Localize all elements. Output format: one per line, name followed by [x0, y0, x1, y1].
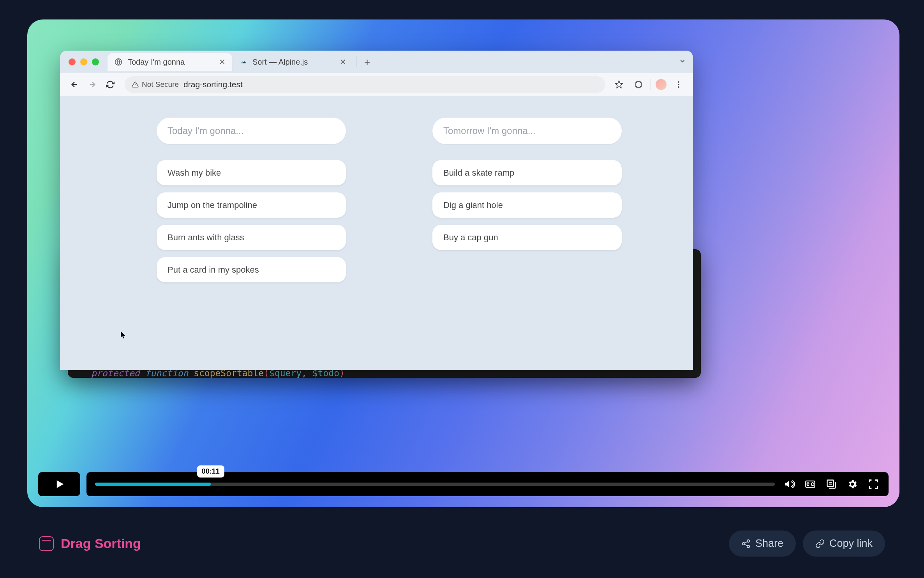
- transcript-button[interactable]: [825, 478, 838, 491]
- window-traffic-lights: [66, 58, 108, 65]
- todo-card[interactable]: Burn ants with glass: [157, 225, 346, 250]
- todo-text: Build a skate ramp: [443, 168, 514, 178]
- settings-button[interactable]: [846, 478, 859, 491]
- video-frame: protected function scopeSortable($query,…: [27, 19, 899, 507]
- window-minimize-button[interactable]: [80, 58, 87, 65]
- globe-icon: [114, 57, 123, 67]
- browser-window: Today I'm gonna ✕ Sort — Alpine.js ✕ +: [60, 51, 693, 370]
- video-title-text: Drag Sorting: [61, 536, 141, 551]
- window-zoom-button[interactable]: [92, 58, 99, 65]
- toolbar-separator: [651, 79, 651, 90]
- play-icon: [53, 478, 65, 490]
- alpine-favicon-icon: [238, 57, 248, 67]
- video-title: Drag Sorting: [39, 536, 141, 551]
- fullscreen-button[interactable]: [867, 478, 880, 491]
- tomorrow-input-placeholder: Tomorrow I'm gonna...: [443, 125, 536, 136]
- todo-card[interactable]: Buy a cap gun: [432, 225, 622, 250]
- todo-card[interactable]: Wash my bike: [157, 160, 346, 185]
- reload-button[interactable]: [103, 77, 118, 92]
- todo-text: Put a card in my spokes: [168, 265, 259, 275]
- svg-point-4: [678, 86, 679, 88]
- copy-link-label: Copy link: [829, 537, 873, 550]
- svg-point-3: [678, 84, 679, 85]
- captions-button[interactable]: [804, 478, 817, 491]
- tab-separator: [356, 56, 356, 67]
- todo-card[interactable]: Build a skate ramp: [432, 160, 622, 185]
- back-button[interactable]: [67, 77, 82, 92]
- svg-point-8: [742, 543, 745, 545]
- svg-rect-6: [827, 480, 834, 486]
- todo-card[interactable]: Dig a giant hole: [432, 192, 622, 218]
- link-icon: [815, 539, 825, 548]
- security-label: Not Secure: [142, 80, 179, 89]
- todo-text: Burn ants with glass: [168, 233, 244, 243]
- todo-card[interactable]: Put a card in my spokes: [157, 257, 346, 282]
- todo-text: Wash my bike: [168, 168, 221, 178]
- video-controls: 00:11: [38, 472, 889, 496]
- today-column: Today I'm gonna... Wash my bike Jump on …: [157, 118, 346, 370]
- calendar-icon: [39, 536, 54, 551]
- todo-card[interactable]: Jump on the trampoline: [157, 192, 346, 218]
- browser-tab-active[interactable]: Today I'm gonna ✕: [108, 53, 232, 71]
- tomorrow-column: Tomorrow I'm gonna... Build a skate ramp…: [432, 118, 622, 370]
- new-tab-button[interactable]: +: [360, 56, 375, 68]
- page-content: Today I'm gonna... Wash my bike Jump on …: [60, 96, 693, 370]
- warning-icon: [132, 81, 139, 88]
- controls-bar: 00:11: [86, 472, 889, 496]
- svg-point-9: [747, 545, 749, 548]
- below-video-row: Drag Sorting Share Copy link: [39, 530, 885, 557]
- today-input-placeholder: Today I'm gonna...: [168, 125, 243, 136]
- copy-link-button[interactable]: Copy link: [803, 530, 885, 557]
- close-tab-icon[interactable]: ✕: [339, 57, 347, 67]
- svg-marker-1: [615, 81, 622, 88]
- security-badge[interactable]: Not Secure: [132, 80, 179, 89]
- browser-tab-inactive[interactable]: Sort — Alpine.js ✕: [232, 53, 353, 71]
- window-close-button[interactable]: [69, 58, 76, 65]
- browser-tab-bar: Today I'm gonna ✕ Sort — Alpine.js ✕ +: [60, 51, 693, 73]
- play-button[interactable]: [38, 472, 80, 496]
- svg-point-7: [747, 540, 749, 542]
- share-button[interactable]: Share: [729, 530, 796, 557]
- url-text: drag-sorting.test: [183, 80, 243, 89]
- svg-point-2: [678, 81, 679, 83]
- tabs-dropdown-button[interactable]: [672, 58, 693, 66]
- today-input[interactable]: Today I'm gonna...: [157, 118, 346, 144]
- browser-tab-title: Sort — Alpine.js: [252, 58, 308, 67]
- timestamp-tooltip: 00:11: [197, 465, 224, 478]
- progress-track[interactable]: 00:11: [95, 483, 775, 486]
- profile-avatar[interactable]: [656, 79, 667, 90]
- close-tab-icon[interactable]: ✕: [218, 57, 226, 67]
- share-icon: [741, 539, 751, 548]
- todo-text: Dig a giant hole: [443, 200, 503, 210]
- share-label: Share: [755, 537, 783, 550]
- browser-address-bar: Not Secure drag-sorting.test: [60, 73, 693, 96]
- url-input[interactable]: Not Secure drag-sorting.test: [125, 76, 605, 93]
- more-menu-button[interactable]: [671, 77, 686, 92]
- tomorrow-input[interactable]: Tomorrow I'm gonna...: [432, 118, 622, 144]
- extensions-button[interactable]: [631, 77, 646, 92]
- bookmark-button[interactable]: [612, 77, 626, 92]
- todo-text: Buy a cap gun: [443, 233, 498, 243]
- forward-button[interactable]: [85, 77, 100, 92]
- todo-text: Jump on the trampoline: [168, 200, 257, 210]
- browser-tab-title: Today I'm gonna: [128, 58, 185, 67]
- volume-button[interactable]: [783, 478, 796, 491]
- progress-fill: [95, 483, 211, 486]
